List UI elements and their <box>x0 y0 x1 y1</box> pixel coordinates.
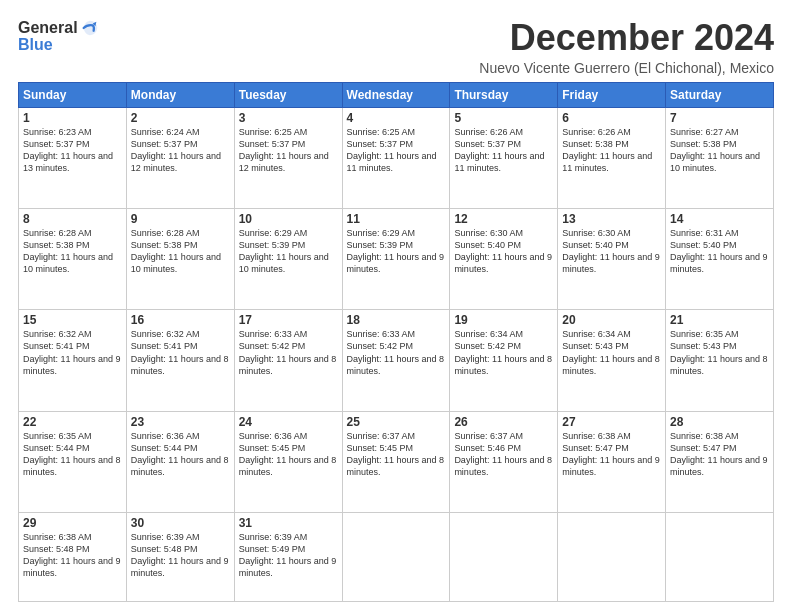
title-block: December 2024 Nuevo Vicente Guerrero (El… <box>120 18 774 76</box>
day-8: 8 Sunrise: 6:28 AMSunset: 5:38 PMDayligh… <box>19 208 127 309</box>
col-thursday: Thursday <box>450 82 558 107</box>
header: General Blue December 2024 Nuevo Vicente… <box>18 18 774 76</box>
logo-text: General <box>18 18 100 38</box>
day-11: 11 Sunrise: 6:29 AMSunset: 5:39 PMDaylig… <box>342 208 450 309</box>
empty-cell-1 <box>342 512 450 601</box>
day-27: 27 Sunrise: 6:38 AMSunset: 5:47 PMDaylig… <box>558 411 666 512</box>
day-22: 22 Sunrise: 6:35 AMSunset: 5:44 PMDaylig… <box>19 411 127 512</box>
empty-cell-4 <box>666 512 774 601</box>
day-3: 3 Sunrise: 6:25 AMSunset: 5:37 PMDayligh… <box>234 107 342 208</box>
day-28: 28 Sunrise: 6:38 AMSunset: 5:47 PMDaylig… <box>666 411 774 512</box>
col-sunday: Sunday <box>19 82 127 107</box>
day-13: 13 Sunrise: 6:30 AMSunset: 5:40 PMDaylig… <box>558 208 666 309</box>
day-30: 30 Sunrise: 6:39 AMSunset: 5:48 PMDaylig… <box>126 512 234 601</box>
col-monday: Monday <box>126 82 234 107</box>
day-21: 21 Sunrise: 6:35 AMSunset: 5:43 PMDaylig… <box>666 310 774 411</box>
logo: General Blue <box>18 18 100 54</box>
month-title: December 2024 <box>120 18 774 58</box>
day-19: 19 Sunrise: 6:34 AMSunset: 5:42 PMDaylig… <box>450 310 558 411</box>
day-7: 7 Sunrise: 6:27 AMSunset: 5:38 PMDayligh… <box>666 107 774 208</box>
logo-general: General <box>18 19 78 37</box>
week-row-2: 8 Sunrise: 6:28 AMSunset: 5:38 PMDayligh… <box>19 208 774 309</box>
week-row-1: 1 Sunrise: 6:23 AMSunset: 5:37 PMDayligh… <box>19 107 774 208</box>
col-saturday: Saturday <box>666 82 774 107</box>
day-20: 20 Sunrise: 6:34 AMSunset: 5:43 PMDaylig… <box>558 310 666 411</box>
page: General Blue December 2024 Nuevo Vicente… <box>0 0 792 612</box>
day-16: 16 Sunrise: 6:32 AMSunset: 5:41 PMDaylig… <box>126 310 234 411</box>
day-1: 1 Sunrise: 6:23 AMSunset: 5:37 PMDayligh… <box>19 107 127 208</box>
day-15: 15 Sunrise: 6:32 AMSunset: 5:41 PMDaylig… <box>19 310 127 411</box>
logo-blue: Blue <box>18 36 53 53</box>
col-friday: Friday <box>558 82 666 107</box>
empty-cell-2 <box>450 512 558 601</box>
day-31: 31 Sunrise: 6:39 AMSunset: 5:49 PMDaylig… <box>234 512 342 601</box>
day-29: 29 Sunrise: 6:38 AMSunset: 5:48 PMDaylig… <box>19 512 127 601</box>
week-row-5: 29 Sunrise: 6:38 AMSunset: 5:48 PMDaylig… <box>19 512 774 601</box>
day-9: 9 Sunrise: 6:28 AMSunset: 5:38 PMDayligh… <box>126 208 234 309</box>
col-tuesday: Tuesday <box>234 82 342 107</box>
day-10: 10 Sunrise: 6:29 AMSunset: 5:39 PMDaylig… <box>234 208 342 309</box>
day-24: 24 Sunrise: 6:36 AMSunset: 5:45 PMDaylig… <box>234 411 342 512</box>
day-6: 6 Sunrise: 6:26 AMSunset: 5:38 PMDayligh… <box>558 107 666 208</box>
week-row-4: 22 Sunrise: 6:35 AMSunset: 5:44 PMDaylig… <box>19 411 774 512</box>
empty-cell-3 <box>558 512 666 601</box>
day-4: 4 Sunrise: 6:25 AMSunset: 5:37 PMDayligh… <box>342 107 450 208</box>
logo-icon <box>80 18 100 38</box>
calendar-header-row: Sunday Monday Tuesday Wednesday Thursday… <box>19 82 774 107</box>
day-26: 26 Sunrise: 6:37 AMSunset: 5:46 PMDaylig… <box>450 411 558 512</box>
day-25: 25 Sunrise: 6:37 AMSunset: 5:45 PMDaylig… <box>342 411 450 512</box>
day-14: 14 Sunrise: 6:31 AMSunset: 5:40 PMDaylig… <box>666 208 774 309</box>
day-23: 23 Sunrise: 6:36 AMSunset: 5:44 PMDaylig… <box>126 411 234 512</box>
day-18: 18 Sunrise: 6:33 AMSunset: 5:42 PMDaylig… <box>342 310 450 411</box>
day-5: 5 Sunrise: 6:26 AMSunset: 5:37 PMDayligh… <box>450 107 558 208</box>
day-2: 2 Sunrise: 6:24 AMSunset: 5:37 PMDayligh… <box>126 107 234 208</box>
col-wednesday: Wednesday <box>342 82 450 107</box>
day-17: 17 Sunrise: 6:33 AMSunset: 5:42 PMDaylig… <box>234 310 342 411</box>
day-12: 12 Sunrise: 6:30 AMSunset: 5:40 PMDaylig… <box>450 208 558 309</box>
calendar-table: Sunday Monday Tuesday Wednesday Thursday… <box>18 82 774 602</box>
location: Nuevo Vicente Guerrero (El Chichonal), M… <box>120 60 774 76</box>
week-row-3: 15 Sunrise: 6:32 AMSunset: 5:41 PMDaylig… <box>19 310 774 411</box>
